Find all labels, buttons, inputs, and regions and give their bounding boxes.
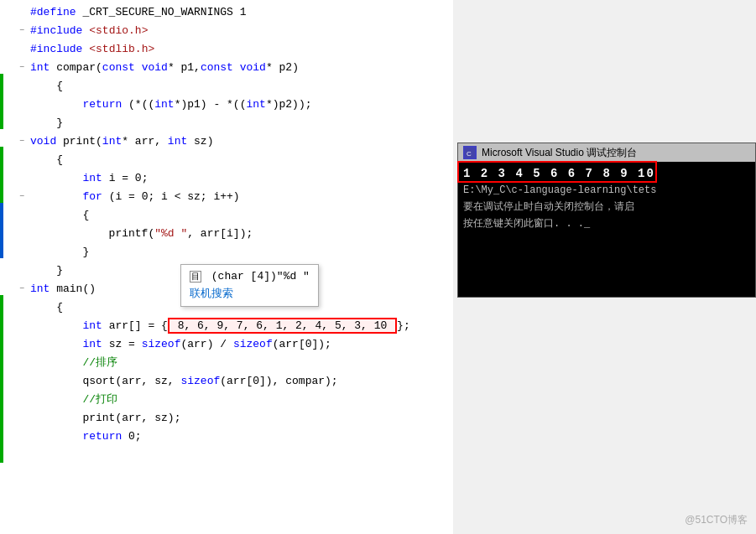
code-5: { xyxy=(29,77,453,96)
code-23: print(arr, sz); xyxy=(29,409,453,428)
line-2: − #include <stdio.h> xyxy=(0,22,453,40)
collapse-11[interactable]: − xyxy=(15,188,29,206)
console-path: E:\My_C\c-language-learning\tets xyxy=(463,182,750,199)
line-4: − int compar(const void* p1,const void* … xyxy=(0,59,453,77)
console-title: Microsoft Visual Studio 调试控制台 xyxy=(482,146,750,160)
line-24: return 0; xyxy=(0,428,453,446)
line-19: int sz = sizeof(arr) / sizeof(arr[0]); xyxy=(0,335,453,354)
code-22: //打印 xyxy=(29,391,453,409)
line-22: //打印 xyxy=(0,391,453,409)
tooltip-type: (char [4])"%d " xyxy=(211,270,310,283)
code-21: qsort(arr, sz, sizeof(arr[0]), compar); xyxy=(29,372,453,391)
code-lines: #define _CRT_SECURE_NO_WARNINGS 1 − #inc… xyxy=(0,0,453,449)
code-editor[interactable]: #define _CRT_SECURE_NO_WARNINGS 1 − #inc… xyxy=(0,0,453,534)
console-app-icon: C xyxy=(463,146,477,159)
code-7: } xyxy=(29,114,453,132)
line-3: #include <stdlib.h> xyxy=(0,40,453,59)
tooltip-icon: 目 xyxy=(190,271,201,283)
code-8: void print(int* arr, int sz) xyxy=(29,132,453,151)
line-14: } xyxy=(0,243,453,262)
code-3: #include <stdlib.h> xyxy=(29,40,453,59)
collapse-2[interactable]: − xyxy=(15,22,29,40)
sidebar-marker-compar xyxy=(0,74,3,129)
console-output: 1 2 3 4 5 6 6 7 8 9 10 xyxy=(463,165,750,182)
line-21: qsort(arr, sz, sizeof(arr[0]), compar); xyxy=(0,372,453,391)
code-12: { xyxy=(29,206,453,225)
line-9: { xyxy=(0,151,453,169)
code-9: { xyxy=(29,151,453,169)
code-11: for (i = 0; i < sz; i++) xyxy=(29,188,453,206)
code-24: return 0; xyxy=(29,428,453,446)
line-13: printf("%d ", arr[i]); xyxy=(0,225,453,243)
svg-text:C: C xyxy=(467,150,472,158)
line-11: − for (i = 0; i < sz; i++) xyxy=(0,188,453,206)
line-23: print(arr, sz); xyxy=(0,409,453,428)
code-1: #define _CRT_SECURE_NO_WARNINGS 1 xyxy=(29,3,453,22)
code-19: int sz = sizeof(arr) / sizeof(arr[0]); xyxy=(29,335,453,354)
code-10: int i = 0; xyxy=(29,169,453,188)
line-5: { xyxy=(0,77,453,96)
code-4: int compar(const void* p1,const void* p2… xyxy=(29,59,453,77)
code-14: } xyxy=(29,243,453,262)
sidebar-markers xyxy=(0,0,4,534)
console-msg2: 按任意键关闭此窗口. . ._ xyxy=(463,215,750,232)
line-18: int arr[] = { 8, 6, 9, 7, 6, 1, 2, 4, 5,… xyxy=(0,317,453,335)
code-13: printf("%d ", arr[i]); xyxy=(29,225,453,243)
code-20: //排序 xyxy=(29,354,453,372)
line-12: { xyxy=(0,206,453,225)
line-20: //排序 xyxy=(0,354,453,372)
line-7: } xyxy=(0,114,453,132)
code-2: #include <stdio.h> xyxy=(29,22,453,40)
collapse-4[interactable]: − xyxy=(15,59,29,77)
tooltip-search-link[interactable]: 联机搜索 xyxy=(190,288,233,300)
code-6: return (*((int*)p1) - *((int*)p2)); xyxy=(29,96,453,114)
line-1: #define _CRT_SECURE_NO_WARNINGS 1 xyxy=(0,3,453,22)
console-msg1: 要在调试停止时自动关闭控制台，请启 xyxy=(463,199,750,215)
collapse-16[interactable]: − xyxy=(15,280,29,298)
line-10: int i = 0; xyxy=(0,169,453,188)
right-bottom-area xyxy=(457,298,756,534)
line-8: − void print(int* arr, int sz) xyxy=(0,132,453,151)
tooltip-line1: 目 (char [4])"%d " xyxy=(190,270,310,283)
console-body: 1 2 3 4 5 6 6 7 8 9 10 E:\My_C\c-languag… xyxy=(458,162,755,297)
collapse-8[interactable]: − xyxy=(15,132,29,151)
intellisense-tooltip: 目 (char [4])"%d " 联机搜索 xyxy=(180,264,319,307)
watermark: @51CTO博客 xyxy=(685,513,748,527)
console-window[interactable]: C Microsoft Visual Studio 调试控制台 1 2 3 4 … xyxy=(457,143,756,298)
line-6: return (*((int*)p1) - *((int*)p2)); xyxy=(0,96,453,114)
sidebar-marker-for xyxy=(0,203,3,258)
right-top-area xyxy=(453,0,756,143)
code-18: int arr[] = { 8, 6, 9, 7, 6, 1, 2, 4, 5,… xyxy=(29,317,453,335)
console-titlebar: C Microsoft Visual Studio 调试控制台 xyxy=(458,143,755,162)
sidebar-marker-main xyxy=(0,295,3,463)
